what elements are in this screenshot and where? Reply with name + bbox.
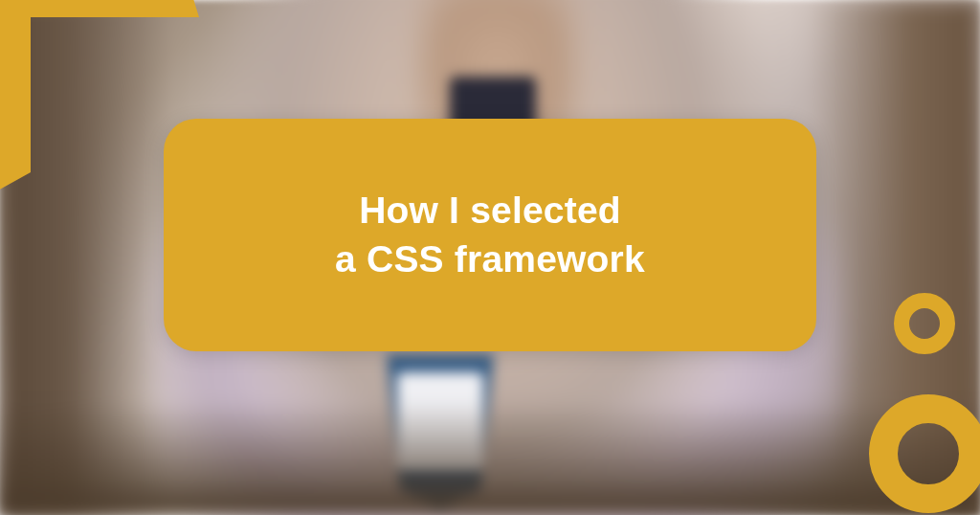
circle-decoration-small-icon [894, 293, 955, 354]
title-line-2: a CSS framework [335, 238, 645, 280]
bg-shadow-bottom [0, 400, 980, 515]
circle-decoration-large-icon [869, 394, 980, 513]
title-line-1: How I selected [359, 190, 621, 231]
title-text: How I selected a CSS framework [335, 187, 645, 283]
title-card: How I selected a CSS framework [164, 119, 816, 351]
